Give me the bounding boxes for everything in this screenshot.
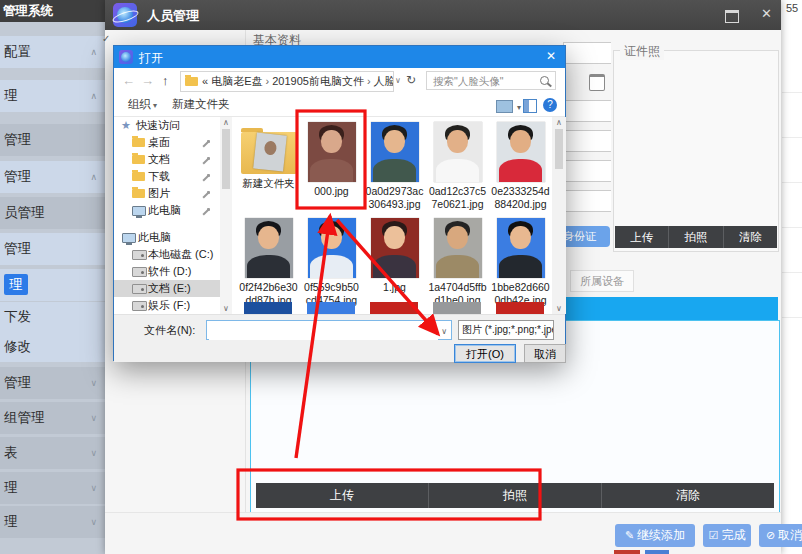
clear-button[interactable]: 清除 bbox=[601, 483, 774, 508]
file-list-scrollbar[interactable]: ∧ ∨ bbox=[552, 117, 566, 314]
file-item[interactable]: 1.jpg bbox=[364, 216, 425, 312]
refresh-icon[interactable]: ↻ bbox=[406, 73, 416, 87]
file-item[interactable]: 1a4704d5ffbd1be0.jpg bbox=[427, 216, 488, 312]
photo-thumbnail bbox=[308, 122, 356, 182]
file-item-partial[interactable] bbox=[433, 302, 481, 314]
sidebar-item-12[interactable]: 表∨ bbox=[0, 437, 105, 469]
cancel-button[interactable]: 取消 bbox=[524, 344, 566, 363]
sidebar-item-7[interactable]: 理 bbox=[0, 269, 105, 301]
capture-button[interactable]: 拍照 bbox=[428, 483, 601, 508]
sidebar-item-11[interactable]: 组管理∨ bbox=[0, 402, 105, 434]
sidebar-item-10[interactable]: 管理∨ bbox=[0, 367, 105, 399]
sidebar-drive[interactable]: 文档 (E:) bbox=[114, 280, 220, 297]
sidebar-item-label: 理 bbox=[4, 514, 18, 529]
preview-pane-icon[interactable] bbox=[523, 99, 537, 113]
sidebar-item-13[interactable]: 理∨ bbox=[0, 472, 105, 504]
sidebar-item-1[interactable]: 配置∧ bbox=[0, 36, 105, 68]
sidebar-item-3[interactable]: 管理 bbox=[0, 124, 105, 156]
file-item[interactable]: 1bbe82d6600db42e.jpg bbox=[490, 216, 551, 312]
file-item[interactable]: 000.jpg bbox=[301, 120, 362, 216]
capture-button[interactable]: 拍照 bbox=[668, 226, 722, 248]
close-icon[interactable]: ✕ bbox=[761, 6, 772, 21]
file-item-partial[interactable] bbox=[370, 302, 418, 314]
sidebar-item-9[interactable]: 修改 bbox=[0, 332, 105, 362]
form-input-partial[interactable] bbox=[563, 100, 611, 122]
dialog-titlebar[interactable]: 打开 ✕ bbox=[114, 46, 565, 68]
form-input-partial[interactable] bbox=[563, 160, 611, 182]
organize-menu[interactable]: 组织▾ bbox=[128, 97, 157, 112]
help-icon[interactable]: ? bbox=[543, 98, 557, 112]
cancel-button[interactable]: ⊘取消 bbox=[759, 524, 802, 547]
finish-button[interactable]: ☑完成 bbox=[703, 524, 751, 547]
open-button[interactable]: 打开(O) bbox=[454, 344, 516, 363]
sidebar-item-2[interactable]: 理∧ bbox=[0, 80, 105, 112]
folder-icon bbox=[185, 77, 198, 86]
sidebar-drive[interactable]: 娱乐 (F:) bbox=[114, 297, 220, 314]
scroll-down-icon[interactable]: ∨ bbox=[220, 304, 232, 313]
breadcrumb-segment[interactable]: 电脑老E盘 bbox=[211, 75, 262, 87]
filename-combobox[interactable]: ∨ bbox=[206, 320, 452, 340]
sidebar-item-桌面[interactable]: 桌面 bbox=[114, 134, 220, 151]
new-folder-button[interactable]: 新建文件夹 bbox=[172, 97, 230, 112]
sidebar-item-14[interactable]: 理∨ bbox=[0, 506, 105, 538]
sidebar-item-文档[interactable]: 文档 bbox=[114, 151, 220, 168]
sidebar-quick-access[interactable]: ★快速访问 bbox=[114, 117, 220, 134]
sidebar-item-5[interactable]: 员管理 bbox=[0, 197, 105, 229]
back-icon[interactable]: ← bbox=[122, 73, 135, 88]
file-item[interactable]: 0f559c9b50cd4754.jpg bbox=[301, 216, 362, 312]
calendar-icon[interactable] bbox=[589, 74, 605, 91]
sidebar-drive[interactable]: 本地磁盘 (C:) bbox=[114, 246, 220, 263]
scroll-down-icon[interactable]: ∨ bbox=[552, 304, 566, 313]
forward-icon[interactable]: → bbox=[141, 73, 154, 88]
sidebar-drive[interactable]: 软件 (D:) bbox=[114, 263, 220, 280]
form-input-partial[interactable] bbox=[563, 190, 611, 212]
search-input[interactable]: 搜索"人脸头像" bbox=[426, 71, 556, 90]
sidebar-item-label: 快速访问 bbox=[136, 117, 180, 134]
sidebar-item-6[interactable]: 管理 bbox=[0, 233, 105, 265]
read-idcard-button[interactable]: 身份证 bbox=[563, 226, 610, 247]
thumbnail-view-icon[interactable] bbox=[496, 100, 513, 113]
file-item[interactable]: 0a0d2973ac306493.jpg bbox=[364, 120, 425, 216]
form-input-partial[interactable] bbox=[563, 130, 611, 152]
restore-icon[interactable] bbox=[725, 10, 739, 23]
filetype-filter[interactable]: 图片 (*.jpg;*.png;*.jpeg;*.bm ∨ bbox=[458, 320, 554, 340]
sidebar-item-4[interactable]: 管理∧ bbox=[0, 161, 105, 193]
sidebar-item-下载[interactable]: 下载 bbox=[114, 168, 220, 185]
chevron-down-icon[interactable]: ∨ bbox=[441, 327, 447, 336]
file-item[interactable]: 0ad12c37c57e0621.jpg bbox=[427, 120, 488, 216]
file-item-partial[interactable] bbox=[496, 302, 544, 314]
sidebar-this-pc[interactable]: 此电脑 bbox=[114, 229, 220, 246]
breadcrumb[interactable]: « 电脑老E盘›201905前电脑文件›人脸头像› bbox=[180, 71, 394, 92]
form-input-partial[interactable] bbox=[563, 42, 611, 64]
file-item[interactable]: 0f2f42b6e30dd87b.jpg bbox=[238, 216, 299, 312]
file-item-partial[interactable] bbox=[307, 302, 355, 314]
device-tab[interactable]: 所属设备 bbox=[570, 270, 634, 292]
dialog-title: 打开 bbox=[139, 50, 163, 67]
upload-button[interactable]: 上传 bbox=[256, 483, 428, 508]
file-list: 新建文件夹000.jpg0a0d2973ac306493.jpg0ad12c37… bbox=[234, 117, 552, 314]
upload-button[interactable]: 上传 bbox=[615, 226, 668, 248]
avatar-shoulders bbox=[310, 255, 352, 278]
up-icon[interactable]: ↑ bbox=[162, 73, 169, 88]
folder-icon bbox=[132, 155, 145, 164]
breadcrumb-segment[interactable]: 人脸头像 bbox=[374, 75, 394, 87]
file-name: 0ad12c37c57e0621.jpg bbox=[427, 185, 488, 210]
close-icon[interactable]: ✕ bbox=[546, 49, 556, 63]
file-item[interactable]: 0e2333254d88420d.jpg bbox=[490, 120, 551, 216]
file-item-folder[interactable]: 新建文件夹 bbox=[238, 120, 299, 216]
breadcrumb-segment[interactable]: 201905前电脑文件 bbox=[272, 75, 364, 87]
scrollbar-thumb[interactable] bbox=[555, 129, 563, 169]
sidebar-item-8[interactable]: 下发 bbox=[0, 302, 105, 332]
scroll-up-icon[interactable]: ∧ bbox=[552, 118, 566, 127]
file-item-partial[interactable] bbox=[244, 302, 292, 314]
filename-input[interactable] bbox=[209, 322, 438, 340]
sidebar-item-此电脑[interactable]: 此电脑 bbox=[114, 202, 220, 219]
clear-button[interactable]: 清除 bbox=[723, 226, 777, 248]
chevron-down-icon[interactable]: ∨ bbox=[395, 76, 401, 85]
sidebar-scrollbar[interactable]: ∧ ∨ bbox=[220, 117, 232, 314]
scrollbar-thumb[interactable] bbox=[222, 129, 230, 189]
sidebar-item-图片[interactable]: 图片 bbox=[114, 185, 220, 202]
chevron-down-icon[interactable]: ▾ bbox=[517, 103, 521, 112]
continue-add-button[interactable]: ✎继续添加 bbox=[615, 524, 695, 547]
scroll-up-icon[interactable]: ∧ bbox=[220, 118, 232, 127]
